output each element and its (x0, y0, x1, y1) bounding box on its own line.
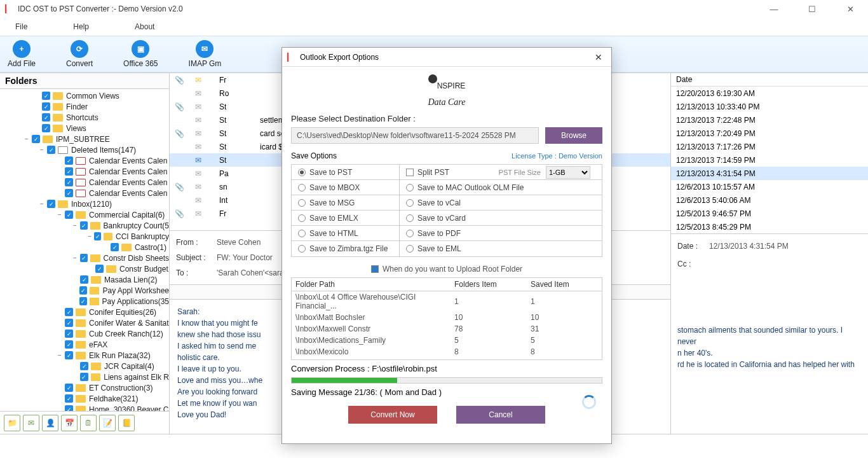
date-row[interactable]: 12/13/2013 7:14:59 PM (671, 153, 868, 167)
dialog-title: Outlook Export Options (300, 53, 591, 62)
tree-item[interactable]: ✓ET Construction(3) (0, 382, 169, 393)
minimize-button[interactable]: — (761, 4, 787, 14)
tree-item[interactable]: −✓Elk Run Plaza(32) (0, 350, 169, 361)
toolbar-add-file[interactable]: +Add File (8, 40, 36, 68)
progress-row: \Inbox\Medications_Family55 (292, 335, 602, 346)
save-option-radio[interactable] (406, 199, 414, 207)
save-option-radio[interactable] (406, 245, 414, 253)
tree-item[interactable]: ✓Feldhake(321) (0, 393, 169, 404)
dialog-icon: ▎ (287, 53, 296, 62)
preview-line: n her 40's. (677, 347, 862, 359)
toolbar-convert[interactable]: ⟳Convert (66, 40, 93, 68)
tree-item[interactable]: −✓Inbox(1210) (0, 198, 169, 209)
tree-item[interactable]: −✓Bankruptcy Court(5 (0, 220, 169, 231)
date-row[interactable]: 12/13/2013 10:33:40 PM (671, 100, 868, 113)
progress-row: \Inbox\Maxwell Constr7831 (292, 323, 602, 335)
tree-item[interactable]: ✓Calendar Events Calen (0, 188, 169, 198)
view-folder-icon[interactable]: 📁 (4, 415, 20, 431)
tree-item[interactable]: ✓Pay Applications(35 (0, 296, 169, 307)
date-row[interactable]: 12/5/2013 9:46:57 PM (671, 207, 868, 220)
license-type: License Type : Demo Version (512, 152, 602, 160)
tree-item[interactable]: −✓Constr Disb Sheets (0, 253, 169, 263)
tree-item[interactable]: −✓Commercial Capital(6) (0, 209, 169, 220)
view-calendar-icon[interactable]: 📅 (61, 415, 78, 431)
date-row[interactable]: 12/5/2013 8:45:29 PM (671, 220, 868, 233)
tree-item[interactable]: ✓Cub Creek Ranch(12) (0, 328, 169, 339)
tree-item[interactable]: ✓Liens against Elk R (0, 371, 169, 382)
save-option-radio[interactable] (298, 184, 306, 191)
folders-header: Folders (0, 73, 169, 89)
browse-button[interactable]: Browse (545, 127, 602, 144)
from-label: From : (176, 238, 217, 247)
tree-item[interactable]: ✓eFAX (0, 339, 169, 350)
save-option-radio[interactable] (406, 230, 414, 237)
cancel-button[interactable]: Cancel (456, 406, 545, 424)
date-row[interactable]: 12/6/2013 5:40:06 AM (671, 193, 868, 207)
tree-item[interactable]: ✓Conifer Equities(26) (0, 307, 169, 317)
tree-item[interactable]: −✓Deleted Items(147) (0, 144, 169, 155)
toolbar-office-365[interactable]: ▣Office 365 (123, 40, 158, 68)
save-option-radio[interactable] (298, 169, 306, 176)
menu-help[interactable]: Help (73, 22, 89, 31)
subject-value: FW: Your Doctor (217, 253, 273, 262)
subject-label: Subject : (176, 253, 217, 262)
tree-item[interactable]: ✓Finder (0, 101, 169, 112)
date-row[interactable]: 12/13/2013 7:17:26 PM (671, 140, 868, 153)
tree-item[interactable]: −✓IPM_SUBTREE (0, 134, 169, 144)
convert-now-button[interactable]: Convert Now (348, 406, 437, 424)
view-contacts-icon[interactable]: 👤 (42, 415, 58, 431)
progress-row: \Inbox\Lot 4 Office Warehouse\CIGI Finan… (292, 291, 602, 312)
view-notes-icon[interactable]: 📝 (99, 415, 116, 431)
view-tasks-icon[interactable]: 🗓 (80, 415, 97, 431)
tree-item[interactable]: ✓Conifer Water & Sanitat (0, 317, 169, 328)
from-value: Steve Cohen (217, 238, 261, 247)
date-row[interactable]: 12/6/2013 10:15:57 AM (671, 180, 868, 193)
split-pst-checkbox[interactable] (406, 169, 414, 176)
save-option-radio[interactable] (298, 214, 306, 222)
toolbar-imap-gm[interactable]: ✉IMAP Gm (189, 40, 222, 68)
tree-item[interactable]: ✓Pay Appl Workshee (0, 285, 169, 296)
maximize-button[interactable]: ☐ (799, 4, 825, 14)
pst-size-select[interactable]: 1-GB (546, 166, 590, 179)
close-button[interactable]: ✕ (837, 4, 863, 14)
view-journal-icon[interactable]: 📒 (118, 415, 135, 431)
tree-item[interactable]: ✓Calendar Events Calen (0, 177, 169, 188)
save-option-radio[interactable] (406, 184, 414, 191)
tree-item[interactable]: ✓Home. 30360 Beaver C (0, 404, 169, 411)
save-option-radio[interactable] (406, 214, 414, 222)
upload-root-checkbox[interactable] (371, 265, 379, 273)
tree-item[interactable]: ✓Calendar Events Calen (0, 166, 169, 177)
tree-item[interactable]: −✓CCI Bankruptcy (0, 231, 169, 242)
meta-cc-label: Cc : (677, 260, 709, 268)
preview-line: stomach ailments that sounded similar to… (677, 324, 862, 347)
menu-about[interactable]: About (135, 22, 154, 31)
tree-item[interactable]: ✓Castro(1) (0, 242, 169, 253)
date-row[interactable]: 12/13/2013 7:22:48 PM (671, 113, 868, 127)
tree-item[interactable]: ✓Constr Budget (0, 263, 169, 274)
save-option-radio[interactable] (298, 199, 306, 207)
saving-message: Saving Message 21/36: ( Mom and Dad ) (282, 384, 611, 401)
progress-row: \Inbox\Matt Bochsler1010 (292, 312, 602, 323)
window-title: IDC OST to PST Converter :- Demo Version… (18, 4, 761, 13)
tree-item[interactable]: ✓Masada Lien(2) (0, 274, 169, 285)
dialog-close-button[interactable]: ✕ (591, 52, 606, 62)
view-mail-icon[interactable]: ✉ (23, 415, 39, 431)
tree-item[interactable]: ✓Common Views (0, 90, 169, 101)
menu-file[interactable]: File (15, 22, 27, 31)
date-row[interactable]: 12/13/2013 4:31:54 PM (671, 167, 868, 180)
save-option-radio[interactable] (298, 245, 306, 253)
save-option-radio[interactable] (298, 230, 306, 237)
destination-input[interactable] (291, 127, 539, 144)
progress-table: Folder PathFolders ItemSaved Item\Inbox\… (291, 277, 602, 360)
export-options-dialog: ▎ Outlook Export Options ✕ NSPIRE Data C… (281, 47, 612, 444)
date-row[interactable]: 12/20/2013 6:19:30 AM (671, 87, 868, 100)
brand-logo: NSPIRE Data Care (282, 67, 611, 110)
date-column-header[interactable]: Date (671, 73, 868, 87)
progress-bar (291, 377, 602, 384)
tree-item[interactable]: ✓Views (0, 123, 169, 134)
upload-root-label: When do you want to Upload Root Folder (383, 265, 522, 274)
tree-item[interactable]: ✓Calendar Events Calen (0, 155, 169, 166)
tree-item[interactable]: ✓Shortcuts (0, 112, 169, 123)
tree-item[interactable]: ✓JCR Capital(4) (0, 361, 169, 371)
date-row[interactable]: 12/13/2013 7:20:49 PM (671, 127, 868, 140)
